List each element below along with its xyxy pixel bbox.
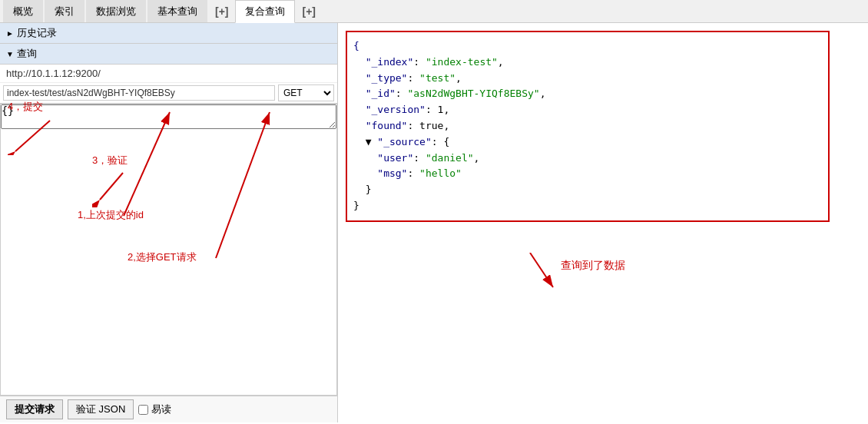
- json-editor-container: {}: [0, 104, 337, 396]
- tab-complex-plus[interactable]: [+]: [297, 2, 323, 21]
- tab-data-browse[interactable]: 数据浏览: [86, 0, 146, 22]
- result-annotation-text: 查询到了数据: [561, 259, 625, 273]
- bottom-toolbar: 提交请求 验证 JSON 易读: [0, 396, 337, 422]
- validate-button[interactable]: 验证 JSON: [68, 399, 134, 419]
- endpoint-input[interactable]: [3, 85, 275, 101]
- annotation-2-text: 2,选择GET请求: [128, 250, 197, 264]
- json-result-box: { "_index": "index-test", "_type": "test…: [346, 31, 830, 222]
- readable-checkbox-label[interactable]: 易读: [138, 402, 171, 416]
- svg-line-2: [216, 112, 270, 258]
- query-input-row: GET POST PUT DELETE HEAD: [0, 83, 337, 104]
- right-panel: { "_index": "index-test", "_type": "test…: [338, 23, 868, 422]
- history-arrow-icon: ►: [6, 29, 14, 38]
- tab-basic-plus[interactable]: [+]: [209, 2, 235, 21]
- tab-complex-query[interactable]: 复合查询: [235, 0, 295, 23]
- query-label: 查询: [17, 47, 37, 61]
- history-label: 历史记录: [17, 26, 57, 40]
- history-section-header[interactable]: ► 历史记录: [0, 23, 337, 44]
- main-layout: ► 历史记录 ▼ 查询 http://10.1.1.12:9200/ GET P…: [0, 23, 868, 422]
- tab-overview[interactable]: 概览: [3, 0, 43, 22]
- tab-basic-query[interactable]: 基本查询: [147, 0, 207, 22]
- svg-line-4: [530, 253, 553, 287]
- left-panel: ► 历史记录 ▼ 查询 http://10.1.1.12:9200/ GET P…: [0, 23, 338, 422]
- submit-button[interactable]: 提交请求: [6, 399, 63, 419]
- url-display: http://10.1.1.12:9200/: [0, 65, 337, 83]
- right-annotation-container: 查询到了数据: [484, 253, 860, 301]
- readable-checkbox[interactable]: [138, 405, 148, 415]
- query-arrow-icon: ▼: [6, 50, 14, 58]
- tab-bar: 概览 索引 数据浏览 基本查询 [+] 复合查询 [+]: [0, 0, 868, 23]
- method-select[interactable]: GET POST PUT DELETE HEAD: [278, 84, 334, 101]
- json-body-editor[interactable]: {}: [1, 104, 336, 129]
- tab-index[interactable]: 索引: [45, 0, 84, 22]
- readable-label-text: 易读: [151, 402, 171, 416]
- annotation-1-text: 1,上次提交的id: [78, 208, 144, 222]
- query-section-header[interactable]: ▼ 查询: [0, 44, 337, 65]
- annotation-arrows-svg: [1, 104, 336, 395]
